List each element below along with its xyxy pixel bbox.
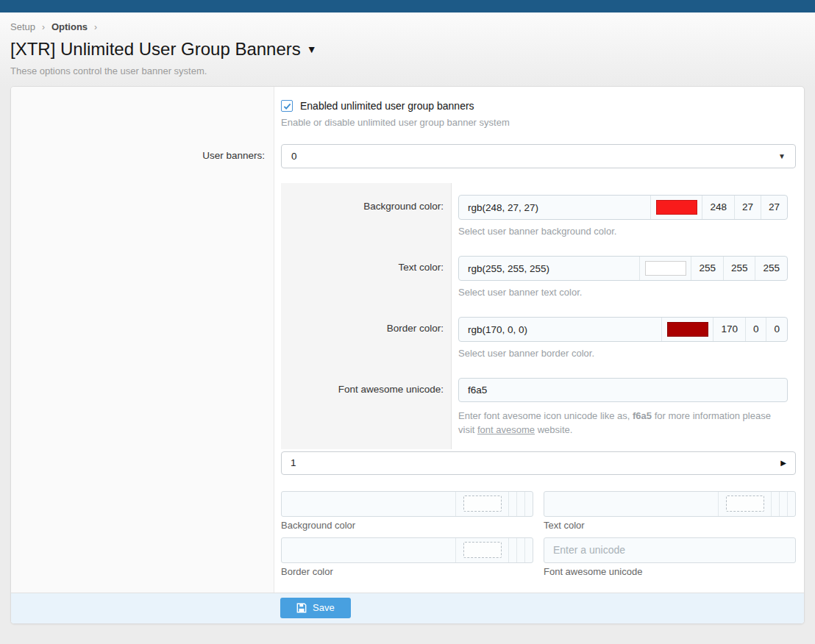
new-border-color-swatch[interactable] bbox=[455, 538, 508, 562]
banner-1-row: 1 ▶ bbox=[11, 449, 804, 475]
chevron-right-icon: ▶ bbox=[780, 459, 786, 467]
text-color-group: 255 255 255 bbox=[458, 256, 788, 281]
enable-banners-checkbox[interactable] bbox=[281, 100, 293, 112]
background-color-r-value[interactable]: 248 bbox=[702, 196, 734, 219]
enable-banners-label: Enabled unlimited user group banners bbox=[300, 100, 474, 112]
text-color-input[interactable] bbox=[459, 257, 639, 280]
background-color-row: Background color: 248 27 27 bbox=[281, 195, 796, 256]
border-color-b-value[interactable]: 0 bbox=[766, 318, 787, 341]
new-border-color-field: Border color bbox=[281, 537, 533, 584]
new-text-color-label: Text color bbox=[544, 520, 796, 531]
border-color-group: 170 0 0 bbox=[458, 317, 788, 342]
border-color-g-value[interactable]: 0 bbox=[745, 318, 766, 341]
user-banners-label: User banners: bbox=[11, 144, 274, 168]
text-color-row: Text color: 255 255 255 S bbox=[281, 256, 796, 317]
enable-banners-hint: Enable or disable unlimited user group b… bbox=[281, 117, 796, 128]
breadcrumb-setup[interactable]: Setup bbox=[10, 21, 35, 32]
background-color-hint: Select user banner background color. bbox=[458, 226, 788, 237]
user-banners-select[interactable]: 0 ▼ bbox=[281, 144, 796, 168]
text-color-g-value[interactable]: 255 bbox=[723, 257, 755, 280]
save-bar: Save bbox=[11, 593, 804, 623]
new-background-color-label: Background color bbox=[281, 520, 533, 531]
new-background-color-swatch[interactable] bbox=[455, 492, 508, 516]
title-dropdown-caret-icon[interactable]: ▼ bbox=[307, 43, 317, 55]
background-color-group: 248 27 27 bbox=[458, 195, 788, 220]
new-banner-row: Background color Text color bbox=[11, 475, 804, 584]
background-color-b-value[interactable]: 27 bbox=[761, 196, 787, 219]
page-subtitle: These options control the user banner sy… bbox=[10, 65, 805, 76]
new-background-color-group bbox=[281, 491, 533, 517]
text-color-r-value[interactable]: 255 bbox=[691, 257, 723, 280]
save-button-label: Save bbox=[313, 602, 335, 613]
chevron-down-icon: ▼ bbox=[778, 152, 786, 160]
new-border-color-input[interactable] bbox=[282, 538, 455, 562]
new-border-color-group bbox=[281, 537, 533, 563]
banner-0-panel-row: Background color: 248 27 27 bbox=[11, 168, 804, 449]
new-unicode-label: Font awesome unicode bbox=[544, 566, 796, 577]
user-banners-selected-value: 0 bbox=[291, 151, 297, 162]
border-color-label: Border color: bbox=[281, 317, 451, 378]
border-color-input[interactable] bbox=[459, 318, 661, 341]
new-background-color-input[interactable] bbox=[282, 492, 455, 516]
save-icon bbox=[296, 603, 307, 613]
new-text-color-field: Text color bbox=[544, 491, 796, 537]
new-text-color-input[interactable] bbox=[544, 492, 718, 516]
text-color-swatch[interactable] bbox=[639, 257, 691, 280]
new-unicode-field: Font awesome unicode bbox=[544, 537, 796, 584]
font-awesome-unicode-input[interactable] bbox=[458, 378, 788, 402]
border-color-r-value[interactable]: 170 bbox=[713, 318, 745, 341]
breadcrumb-options[interactable]: Options bbox=[51, 21, 88, 32]
background-color-swatch[interactable] bbox=[650, 196, 702, 219]
page-header: Setup › Options › [XTR] Unlimited User G… bbox=[0, 12, 815, 86]
breadcrumb: Setup › Options › bbox=[10, 21, 805, 32]
font-awesome-link[interactable]: font avesome bbox=[477, 424, 535, 435]
new-unicode-input[interactable] bbox=[544, 537, 796, 563]
banner-0-panel: Background color: 248 27 27 bbox=[281, 183, 796, 449]
banner-1-toggle[interactable]: 1 ▶ bbox=[281, 451, 796, 475]
banner-1-toggle-label: 1 bbox=[291, 457, 296, 468]
background-color-label: Background color: bbox=[281, 195, 451, 256]
border-color-hint: Select user banner border color. bbox=[458, 348, 788, 359]
page-title: [XTR] Unlimited User Group Banners bbox=[10, 39, 301, 60]
user-banners-row: User banners: 0 ▼ bbox=[11, 144, 804, 168]
new-background-color-field: Background color bbox=[281, 491, 533, 537]
save-button[interactable]: Save bbox=[280, 598, 351, 618]
background-color-g-value[interactable]: 27 bbox=[734, 196, 761, 219]
chevron-separator-icon: › bbox=[94, 22, 97, 32]
text-color-hint: Select user banner text color. bbox=[458, 287, 788, 298]
new-border-color-label: Border color bbox=[281, 566, 533, 577]
background-color-input[interactable] bbox=[459, 196, 650, 219]
font-awesome-unicode-hint: Enter font avesome icon unicode like as,… bbox=[458, 409, 788, 437]
new-text-color-group bbox=[544, 491, 796, 517]
new-text-color-swatch[interactable] bbox=[718, 492, 771, 516]
enable-option-row: Enabled unlimited user group banners Ena… bbox=[11, 100, 804, 128]
check-icon bbox=[283, 102, 291, 110]
border-color-row: Border color: 170 0 0 Sel bbox=[281, 317, 796, 378]
font-awesome-unicode-row: Font awesome unicode: Enter font avesome… bbox=[281, 378, 796, 449]
options-panel: Enabled unlimited user group banners Ena… bbox=[10, 86, 805, 624]
top-nav-bar bbox=[0, 0, 815, 12]
font-awesome-unicode-label: Font awesome unicode: bbox=[281, 378, 451, 449]
chevron-separator-icon: › bbox=[42, 22, 45, 32]
border-color-swatch[interactable] bbox=[661, 318, 713, 341]
text-color-b-value[interactable]: 255 bbox=[755, 257, 787, 280]
text-color-label: Text color: bbox=[281, 256, 451, 317]
